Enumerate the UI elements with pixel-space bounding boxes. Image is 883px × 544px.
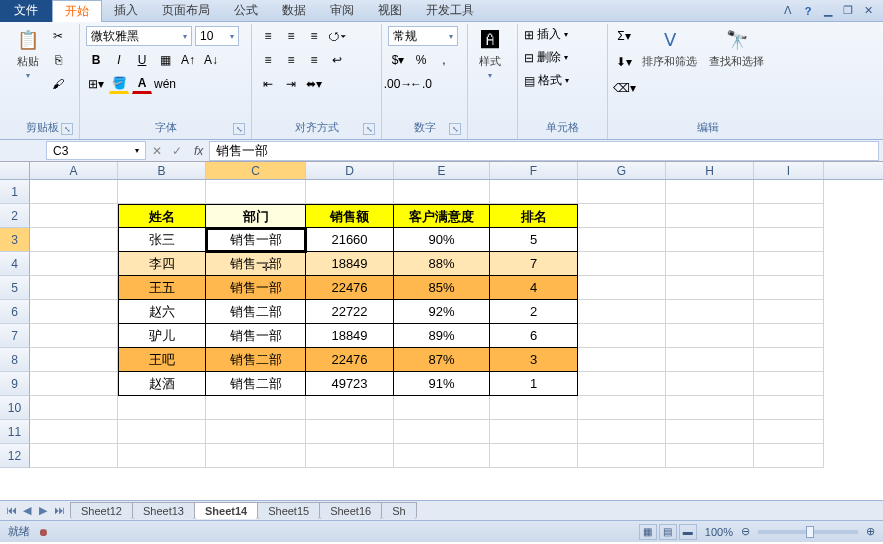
- font-name-combo[interactable]: 微软雅黑▾: [86, 26, 192, 46]
- cell[interactable]: 90%: [394, 228, 490, 252]
- cell[interactable]: [118, 420, 206, 444]
- cancel-formula-icon[interactable]: ✕: [152, 144, 162, 158]
- cell[interactable]: [754, 180, 824, 204]
- cell[interactable]: [754, 396, 824, 420]
- zoom-slider[interactable]: [758, 530, 858, 534]
- tab-view[interactable]: 视图: [366, 0, 414, 22]
- tab-home[interactable]: 开始: [52, 0, 102, 22]
- tab-review[interactable]: 审阅: [318, 0, 366, 22]
- cell[interactable]: [30, 300, 118, 324]
- rowhead-7[interactable]: 7: [0, 324, 30, 348]
- cell[interactable]: 21660: [306, 228, 394, 252]
- cell[interactable]: [578, 300, 666, 324]
- number-format-combo[interactable]: 常规▾: [388, 26, 458, 46]
- rowhead-12[interactable]: 12: [0, 444, 30, 468]
- cell[interactable]: 部门: [206, 204, 306, 228]
- cell[interactable]: [666, 276, 754, 300]
- accept-formula-icon[interactable]: ✓: [172, 144, 182, 158]
- cell[interactable]: 88%: [394, 252, 490, 276]
- cell[interactable]: [666, 324, 754, 348]
- tab-data[interactable]: 数据: [270, 0, 318, 22]
- tab-formulas[interactable]: 公式: [222, 0, 270, 22]
- cell[interactable]: [666, 300, 754, 324]
- fx-icon[interactable]: fx: [188, 144, 209, 158]
- format-painter-button[interactable]: 🖌: [48, 74, 68, 94]
- cell[interactable]: 李四: [118, 252, 206, 276]
- wrap-text-button[interactable]: ↩: [327, 50, 347, 70]
- cell[interactable]: [394, 180, 490, 204]
- cell[interactable]: [666, 252, 754, 276]
- cell[interactable]: [490, 180, 578, 204]
- cell[interactable]: [578, 180, 666, 204]
- cell[interactable]: [206, 396, 306, 420]
- cell[interactable]: [578, 276, 666, 300]
- cell[interactable]: [206, 444, 306, 468]
- cell[interactable]: 85%: [394, 276, 490, 300]
- minimize-ribbon-icon[interactable]: ⴷ: [781, 4, 795, 18]
- cell[interactable]: [578, 396, 666, 420]
- merge-button[interactable]: ⬌▾: [304, 74, 324, 94]
- clear-button[interactable]: ⌫▾: [614, 78, 634, 98]
- sort-filter-button[interactable]: ᐯ 排序和筛选: [638, 26, 701, 71]
- cell[interactable]: [754, 204, 824, 228]
- orientation-button[interactable]: ⭯▾: [327, 26, 347, 46]
- cell[interactable]: [30, 252, 118, 276]
- cell[interactable]: [206, 420, 306, 444]
- cell[interactable]: [754, 444, 824, 468]
- find-select-button[interactable]: 🔭 查找和选择: [705, 26, 768, 71]
- window-minimize-icon[interactable]: ▁: [821, 4, 835, 18]
- align-top-button[interactable]: ≡: [258, 26, 278, 46]
- border-button[interactable]: ▦: [155, 50, 175, 70]
- cell[interactable]: [394, 420, 490, 444]
- macro-record-icon[interactable]: ⏺: [38, 526, 49, 538]
- window-restore-icon[interactable]: ❐: [841, 4, 855, 18]
- sheet-nav-next[interactable]: ▶: [36, 504, 50, 517]
- cell[interactable]: 王吧: [118, 348, 206, 372]
- number-launcher[interactable]: ⤡: [449, 123, 461, 135]
- sheet-tab[interactable]: Sh: [381, 502, 416, 519]
- view-normal-button[interactable]: ▦: [639, 524, 657, 540]
- cell[interactable]: [578, 348, 666, 372]
- sheet-tab[interactable]: Sheet16: [319, 502, 382, 519]
- grow-font-button[interactable]: A↑: [178, 50, 198, 70]
- cell[interactable]: 赵六: [118, 300, 206, 324]
- cell[interactable]: [306, 396, 394, 420]
- cell[interactable]: [306, 180, 394, 204]
- cells-insert-button[interactable]: ⊞插入▾: [524, 26, 569, 43]
- cell[interactable]: 赵酒: [118, 372, 206, 396]
- cell[interactable]: 2: [490, 300, 578, 324]
- align-launcher[interactable]: ⤡: [363, 123, 375, 135]
- zoom-in-button[interactable]: ⊕: [866, 525, 875, 538]
- spreadsheet-grid[interactable]: A B C D E F G H I 123456789101112 姓名部门销售…: [0, 162, 883, 500]
- increase-decimal-button[interactable]: .00→: [388, 74, 408, 94]
- help-icon[interactable]: ?: [801, 4, 815, 18]
- cell[interactable]: [30, 444, 118, 468]
- italic-button[interactable]: I: [109, 50, 129, 70]
- cell[interactable]: 91%: [394, 372, 490, 396]
- cell[interactable]: 销售二部: [206, 348, 306, 372]
- cell[interactable]: 18849: [306, 252, 394, 276]
- rowhead-4[interactable]: 4: [0, 252, 30, 276]
- cell[interactable]: [754, 300, 824, 324]
- cell[interactable]: [30, 228, 118, 252]
- cell[interactable]: 客户满意度: [394, 204, 490, 228]
- cell[interactable]: [754, 420, 824, 444]
- cell[interactable]: 销售一部: [206, 228, 306, 252]
- view-layout-button[interactable]: ▤: [659, 524, 677, 540]
- cell[interactable]: [490, 420, 578, 444]
- bold-button[interactable]: B: [86, 50, 106, 70]
- cell[interactable]: [118, 180, 206, 204]
- cells-format-button[interactable]: ▤格式▾: [524, 72, 569, 89]
- underline-button[interactable]: U: [132, 50, 152, 70]
- cell[interactable]: 22476: [306, 276, 394, 300]
- colhead-D[interactable]: D: [306, 162, 394, 179]
- zoom-out-button[interactable]: ⊖: [741, 525, 750, 538]
- cell[interactable]: 89%: [394, 324, 490, 348]
- cell[interactable]: 1: [490, 372, 578, 396]
- cell[interactable]: [118, 396, 206, 420]
- sheet-nav-first[interactable]: ⏮: [4, 504, 18, 517]
- cells-delete-button[interactable]: ⊟删除▾: [524, 49, 569, 66]
- cell[interactable]: [118, 444, 206, 468]
- cell[interactable]: [666, 396, 754, 420]
- cell[interactable]: 7: [490, 252, 578, 276]
